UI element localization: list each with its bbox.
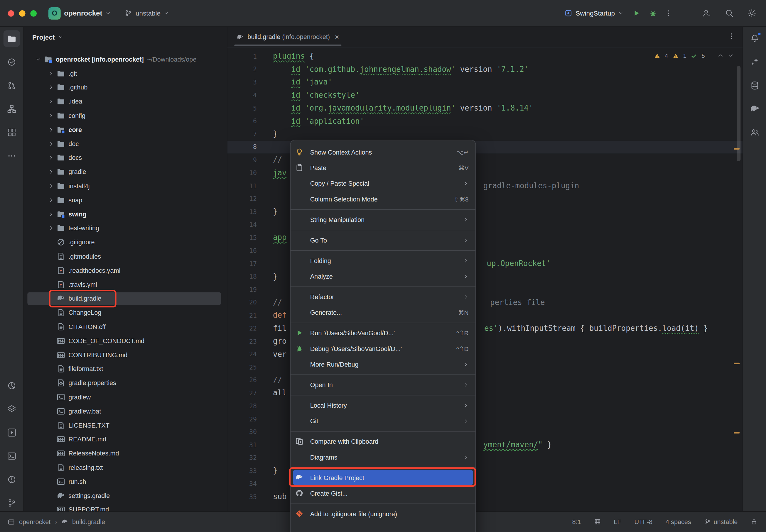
menu-item-analyze[interactable]: Analyze xyxy=(290,268,476,284)
tree-item-snap[interactable]: snap xyxy=(23,193,227,207)
tree-item-fileformat-txt[interactable]: fileformat.txt xyxy=(23,362,227,376)
tree-item-run-sh[interactable]: run.sh xyxy=(23,475,227,489)
chevron-right-icon[interactable] xyxy=(45,183,57,189)
line-separator-widget[interactable]: LF xyxy=(614,518,621,526)
tree-item-citation-cff[interactable]: CITATION.cff xyxy=(23,320,227,334)
menu-item-go-to[interactable]: Go To xyxy=(290,232,476,248)
run-button[interactable] xyxy=(630,7,643,19)
run-configuration-selector[interactable]: SwingStartup xyxy=(564,9,623,17)
menu-item-add-to-gitignore-file-unignore[interactable]: Add to .gitignore file (unignore) xyxy=(290,506,476,521)
code-line-3[interactable]: 3 id 'java' xyxy=(227,76,743,89)
error-stripe-mark[interactable] xyxy=(734,148,740,150)
settings-button[interactable] xyxy=(745,7,758,19)
tree-item-license-txt[interactable]: LICENSE.TXT xyxy=(23,418,227,432)
tree-item-idea[interactable]: .idea xyxy=(23,94,227,109)
chevron-right-icon[interactable] xyxy=(45,71,57,76)
tree-item-swing[interactable]: swing xyxy=(23,207,227,221)
tab-options-button[interactable] xyxy=(727,32,743,42)
menu-item-compare-with-clipboard[interactable]: Compare with Clipboard xyxy=(290,433,476,449)
tree-item-config[interactable]: config xyxy=(23,109,227,123)
tree-item-gradlew[interactable]: gradlew xyxy=(23,390,227,404)
tree-item-gradle-properties[interactable]: gradle.properties xyxy=(23,376,227,390)
menu-item-copy-paste-special[interactable]: Copy / Paste Special xyxy=(290,175,476,191)
inspections-widget[interactable]: 4 1 5 xyxy=(654,52,734,59)
indent-widget[interactable]: 4 spaces xyxy=(666,518,691,526)
tree-item-core[interactable]: core xyxy=(23,123,227,137)
chevron-right-icon[interactable] xyxy=(45,99,57,104)
menu-item-show-context-actions[interactable]: Show Context Actions⌥↵ xyxy=(290,144,476,160)
tree-item-changelog[interactable]: ChangeLog xyxy=(23,306,227,320)
tree-item-git[interactable]: .git xyxy=(23,66,227,80)
chevron-right-icon[interactable] xyxy=(45,211,57,217)
menu-item-refactor[interactable]: Refactor xyxy=(290,289,476,304)
tree-item-github[interactable]: .github xyxy=(23,80,227,94)
chevron-right-icon[interactable] xyxy=(45,113,57,118)
project-panel-header[interactable]: Project xyxy=(23,27,227,48)
grid-status-button[interactable] xyxy=(594,519,601,525)
tool-pull-requests-button[interactable] xyxy=(3,77,20,94)
tree-item-build-gradle[interactable]: build.gradle xyxy=(23,292,227,306)
menu-item-link-gradle-project[interactable]: Link Gradle Project xyxy=(293,470,473,485)
code-line-2[interactable]: 2 id 'com.github.johnrengelman.shadow' v… xyxy=(227,63,743,76)
tab-build-gradle[interactable]: build.gradle (info.openrocket) × xyxy=(230,27,346,47)
project-selector[interactable]: O openrocket xyxy=(48,7,111,19)
menu-item-local-history[interactable]: Local History xyxy=(290,397,476,413)
code-line-7[interactable]: 7} xyxy=(227,128,743,140)
tool-problems-button[interactable] xyxy=(3,471,20,488)
menu-item-column-selection-mode[interactable]: Column Selection Mode⇧⌘8 xyxy=(290,191,476,207)
debug-button[interactable] xyxy=(647,7,659,19)
tool-ai-assistant-button[interactable] xyxy=(746,54,763,70)
tool-commit-button[interactable] xyxy=(3,54,20,70)
chevron-right-icon[interactable] xyxy=(45,197,57,203)
previous-problem-icon[interactable] xyxy=(718,53,723,59)
chevron-right-icon[interactable] xyxy=(45,169,57,174)
chevron-right-icon[interactable] xyxy=(45,127,57,132)
tool-project-button[interactable] xyxy=(3,30,20,47)
tool-code-with-me-button[interactable] xyxy=(746,124,763,141)
next-problem-icon[interactable] xyxy=(728,53,734,59)
tree-item-gradle[interactable]: gradle xyxy=(23,165,227,179)
close-tab-icon[interactable]: × xyxy=(335,33,339,41)
tree-item-gradlew-bat[interactable]: gradlew.bat xyxy=(23,404,227,418)
tree-item-contributing-md[interactable]: CONTRIBUTING.md xyxy=(23,348,227,362)
tree-item-gitignore[interactable]: .gitignore xyxy=(23,235,227,249)
lock-widget[interactable] xyxy=(751,519,757,525)
chevron-right-icon[interactable] xyxy=(45,141,57,146)
tool-database-button[interactable] xyxy=(746,77,763,94)
tree-item-readthedocs-yaml[interactable]: Y.readthedocs.yaml xyxy=(23,263,227,277)
tree-item-install4j[interactable]: install4j xyxy=(23,179,227,193)
code-line-5[interactable]: 5 id 'org.javamodularity.moduleplugin' v… xyxy=(227,102,743,115)
chevron-right-icon[interactable] xyxy=(45,85,57,90)
branch-selector[interactable]: unstable xyxy=(124,9,169,17)
tree-item-readme-md[interactable]: README.md xyxy=(23,432,227,446)
minimize-window-button[interactable] xyxy=(19,10,26,16)
tree-item-code-of-conduct-md[interactable]: CODE_OF_CONDUCT.md xyxy=(23,334,227,348)
encoding-widget[interactable]: UTF-8 xyxy=(635,518,652,526)
code-with-me-button[interactable] xyxy=(701,7,713,19)
tree-item-releasenotes-md[interactable]: ReleaseNotes.md xyxy=(23,446,227,460)
tree-item-doc[interactable]: doc xyxy=(23,137,227,151)
tool-version-control-button[interactable] xyxy=(3,495,20,511)
tool-more-button[interactable] xyxy=(3,148,20,164)
tree-item-settings-gradle[interactable]: settings.gradle xyxy=(23,489,227,503)
menu-item-git[interactable]: Git xyxy=(290,413,476,428)
tree-item-travis-yml[interactable]: Y.travis.yml xyxy=(23,277,227,292)
close-window-button[interactable] xyxy=(8,10,14,16)
tool-run-tool-button[interactable] xyxy=(3,424,20,441)
tool-structure-button[interactable] xyxy=(3,101,20,117)
tool-services-button[interactable] xyxy=(3,401,20,418)
git-branch-widget[interactable]: unstable xyxy=(704,518,738,526)
tool-notifications-button[interactable] xyxy=(746,30,763,47)
tree-item-openrocket-info-openrocket[interactable]: openrocket [info.openrocket] ~/Downloads… xyxy=(23,52,227,66)
error-stripe-mark[interactable] xyxy=(734,363,740,364)
tree-item-support-md[interactable]: SUPPORT.md xyxy=(23,503,227,511)
menu-item-paste[interactable]: Paste⌘V xyxy=(290,160,476,175)
chevron-right-icon[interactable] xyxy=(45,226,57,231)
code-line-4[interactable]: 4 id 'checkstyle' xyxy=(227,89,743,102)
tool-gradle-button[interactable] xyxy=(746,101,763,117)
tree-item-docs[interactable]: docs xyxy=(23,151,227,165)
editor-scrollbar[interactable] xyxy=(737,66,740,161)
breadcrumb-project[interactable]: openrocket xyxy=(19,518,50,526)
zoom-window-button[interactable] xyxy=(30,10,37,16)
tree-item-gitmodules[interactable]: .gitmodules xyxy=(23,249,227,263)
